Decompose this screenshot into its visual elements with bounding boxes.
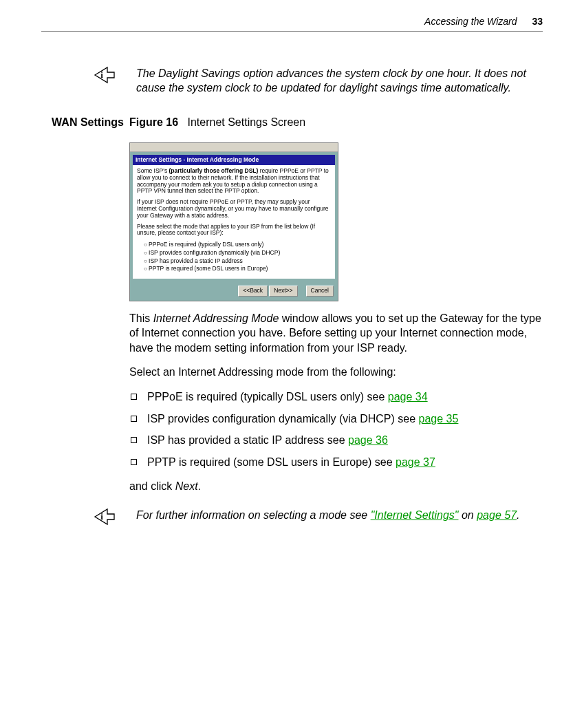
screenshot-menubar [130,143,338,152]
select-instruction: Select an Internet Addressing mode from … [129,365,543,380]
cancel-button[interactable]: Cancel [306,286,334,296]
intro-paragraph: This Internet Addressing Mode window all… [129,311,543,356]
screenshot-option-pppoe[interactable]: PPPoE is required (typically DSL users o… [144,241,331,249]
screenshot-option-static[interactable]: ISP has provided a static IP address [144,257,331,266]
list-item: PPTP is required (some DSL users in Euro… [129,455,543,470]
back-button[interactable]: <<Back [238,286,268,296]
internet-settings-screenshot: Internet Settings - Internet Addressing … [129,142,338,301]
page-link-36[interactable]: page 36 [348,434,388,446]
page-link-57[interactable]: page 57 [477,509,517,521]
section-heading-wan-settings: WAN Settings [41,115,129,130]
page-number: 33 [532,16,543,27]
screenshot-titlebar: Internet Settings - Internet Addressing … [133,155,335,165]
screenshot-para-2: If your ISP does not require PPPoE or PP… [137,199,331,219]
info-icon: i [94,66,124,88]
svg-marker-2 [95,509,114,524]
closing-line: and click Next. [129,479,543,494]
info-icon: i [94,508,124,530]
page-link-35[interactable]: page 35 [419,413,459,425]
figure-title: Internet Settings Screen [187,116,305,128]
figure-label: Figure 16 [129,116,178,128]
svg-text:i: i [100,69,103,80]
page-link-37[interactable]: page 37 [396,456,435,468]
running-header: Accessing the Wizard 33 [41,15,543,32]
svg-text:i: i [100,511,103,522]
internet-settings-link[interactable]: "Internet Settings" [371,509,459,521]
screenshot-para-3: Please select the mode that applies to y… [137,224,331,237]
screenshot-option-dhcp[interactable]: ISP provides configuration dynamically (… [144,249,331,257]
screenshot-para-1: Some ISP's (particularly those offering … [137,168,331,195]
next-button[interactable]: Next>> [269,286,297,296]
svg-marker-0 [95,67,114,83]
list-item: ISP provides configuration dynamically (… [129,411,543,427]
section-title: Accessing the Wizard [424,16,517,27]
list-item: PPPoE is required (typically DSL users o… [129,389,543,405]
addressing-mode-list: PPPoE is required (typically DSL users o… [129,389,543,469]
further-info-note: For further information on selecting a m… [136,508,543,523]
figure-caption: Figure 16 Internet Settings Screen [129,115,543,130]
daylight-savings-note: The Daylight Savings option advances the… [136,66,543,96]
list-item: ISP has provided a static IP address see… [129,433,543,448]
page-link-34[interactable]: page 34 [388,391,428,403]
screenshot-option-pptp[interactable]: PPTP is required (some DSL users in Euro… [144,265,331,273]
